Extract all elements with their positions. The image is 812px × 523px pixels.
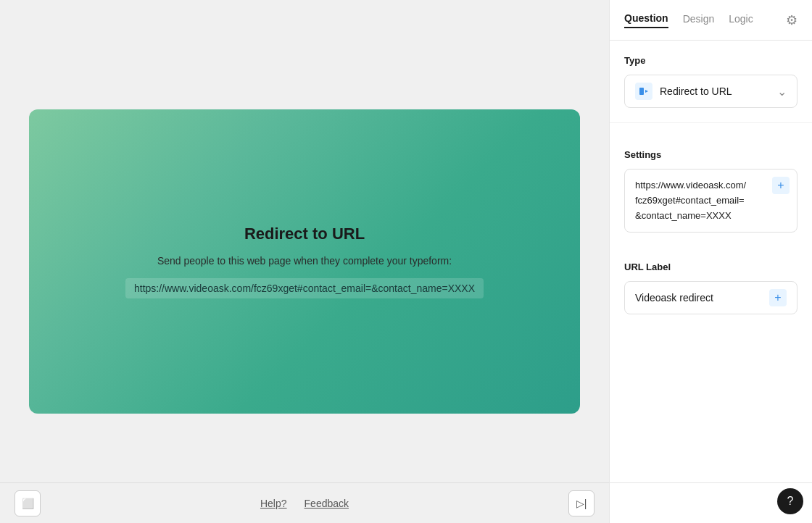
tab-question[interactable]: Question <box>624 12 668 28</box>
gear-icon[interactable]: ⚙ <box>786 12 798 28</box>
settings-url-text: https://www.videoask.com/ fcz69xget#cont… <box>635 178 787 223</box>
feedback-link[interactable]: Feedback <box>304 498 349 509</box>
chevron-down-icon: ⌄ <box>777 85 787 99</box>
preview-url: https://www.videoask.com/fcz69xget#conta… <box>125 278 484 298</box>
expand-button[interactable]: ▷| <box>568 490 594 516</box>
help-link[interactable]: Help? <box>260 498 287 509</box>
type-section: Type Redirect to URL ⌄ <box>610 41 812 122</box>
collapse-icon: ⬜ <box>22 498 34 509</box>
tab-logic[interactable]: Logic <box>729 13 753 28</box>
preview-card: Redirect to URL Send people to this web … <box>29 109 580 414</box>
url-label-section: URL Label Videoask redirect + <box>610 247 812 329</box>
collapse-button[interactable]: ⬜ <box>14 490 41 516</box>
redirect-icon <box>635 83 652 100</box>
url-label-value: Videoask redirect <box>635 292 713 304</box>
help-button[interactable]: ? <box>777 488 803 514</box>
type-value: Redirect to URL <box>660 85 770 97</box>
right-panel: Question Design Logic ⚙ Type Redirect to… <box>609 0 812 523</box>
panel-bottom: ? <box>610 482 812 523</box>
settings-url-box: https://www.videoask.com/ fcz69xget#cont… <box>624 169 798 233</box>
type-dropdown[interactable]: Redirect to URL ⌄ <box>624 75 798 108</box>
expand-icon: ▷| <box>576 498 587 509</box>
url-label-plus-button[interactable]: + <box>769 289 787 306</box>
settings-label: Settings <box>624 149 798 160</box>
url-label-heading: URL Label <box>624 262 798 272</box>
preview-area: Redirect to URL Send people to this web … <box>0 0 609 523</box>
preview-subtitle: Send people to this web page when they c… <box>157 255 452 267</box>
preview-title: Redirect to URL <box>244 225 365 243</box>
settings-section: Settings https://www.videoask.com/ fcz69… <box>610 135 812 247</box>
url-label-box: Videoask redirect + <box>624 281 798 314</box>
type-label: Type <box>624 55 798 66</box>
settings-plus-button[interactable]: + <box>772 177 790 194</box>
svg-rect-0 <box>639 88 644 95</box>
tab-design[interactable]: Design <box>683 13 715 28</box>
panel-tabs: Question Design Logic ⚙ <box>610 0 812 41</box>
